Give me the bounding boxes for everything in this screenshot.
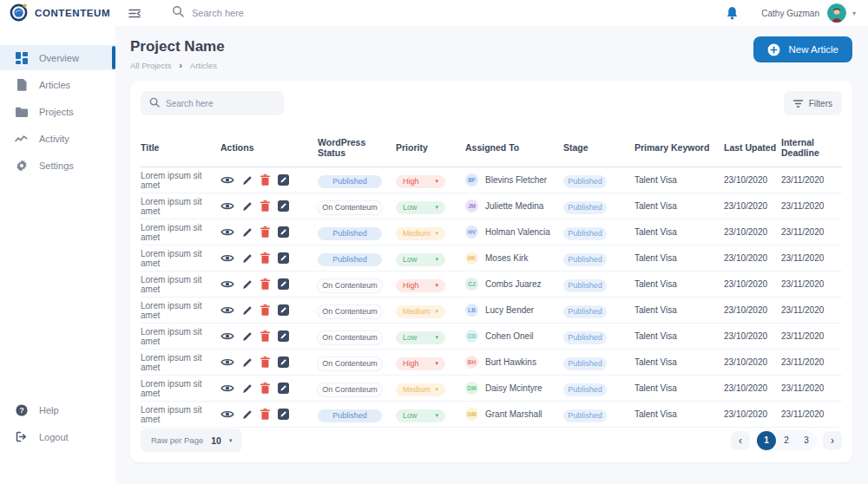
article-title: Lorem ipsum sit amet — [141, 405, 220, 424]
notifications-bell-icon[interactable] — [726, 6, 739, 20]
assignee: LB Lucy Bender — [465, 304, 563, 317]
prev-page-button[interactable]: ‹ — [731, 431, 750, 450]
stage-badge: Published — [563, 305, 607, 318]
view-icon[interactable] — [220, 175, 234, 185]
wordpress-status-badge: On Contenteum — [318, 383, 382, 396]
priority-dropdown[interactable]: Low ▾ — [396, 201, 445, 214]
breadcrumb-articles[interactable]: Articles — [190, 61, 217, 70]
note-edit-icon[interactable] — [278, 304, 289, 316]
delete-icon[interactable] — [260, 304, 270, 316]
note-edit-icon[interactable] — [278, 409, 289, 420]
new-article-button[interactable]: New Article — [753, 36, 852, 62]
view-icon[interactable] — [220, 331, 234, 341]
note-edit-icon[interactable] — [278, 356, 289, 368]
row-actions — [220, 226, 318, 238]
delete-icon[interactable] — [260, 383, 270, 394]
note-edit-icon[interactable] — [278, 278, 289, 290]
assignee-avatar: DM — [465, 382, 478, 395]
note-edit-icon[interactable] — [278, 252, 289, 264]
view-icon[interactable] — [220, 409, 234, 419]
priority-dropdown[interactable]: Medium ▾ — [396, 227, 445, 240]
sidebar-item-help[interactable]: ? Help — [0, 397, 115, 422]
delete-icon[interactable] — [260, 409, 270, 420]
note-edit-icon[interactable] — [278, 174, 289, 186]
table-row: Lorem ipsum sit amet — [141, 245, 842, 271]
last-updated-date: 23/10/2020 — [724, 253, 781, 263]
delete-icon[interactable] — [260, 174, 270, 186]
breadcrumb-all-projects[interactable]: All Projects — [130, 61, 172, 70]
next-page-button[interactable]: › — [823, 431, 842, 450]
assignee-name: Blevins Fletcher — [485, 175, 547, 185]
caret-down-icon: ▾ — [435, 412, 438, 419]
priority-dropdown[interactable]: Low ▾ — [396, 253, 445, 266]
view-icon[interactable] — [220, 253, 234, 263]
note-edit-icon[interactable] — [278, 200, 289, 212]
sidebar-item-logout[interactable]: Logout — [0, 424, 115, 449]
delete-icon[interactable] — [260, 226, 270, 238]
priority-dropdown[interactable]: High ▾ — [396, 175, 445, 188]
sidebar-item-activity[interactable]: Activity — [0, 126, 115, 151]
edit-icon[interactable] — [242, 331, 253, 342]
priority-label: Medium — [403, 385, 431, 394]
filters-button[interactable]: Filters — [784, 91, 842, 115]
delete-icon[interactable] — [260, 356, 270, 368]
sidebar-item-articles[interactable]: Articles — [0, 72, 115, 97]
primary-keyword: Talent Visa — [635, 175, 724, 185]
delete-icon[interactable] — [260, 330, 270, 342]
articles-icon — [15, 79, 28, 91]
note-edit-icon[interactable] — [278, 383, 289, 394]
assignee-name: Cohen Oneil — [485, 331, 534, 341]
note-edit-icon[interactable] — [278, 330, 289, 342]
view-icon[interactable] — [220, 357, 234, 367]
edit-icon[interactable] — [242, 175, 253, 186]
page-button-2[interactable]: 2 — [777, 431, 796, 450]
caret-down-icon: ▾ — [435, 282, 438, 289]
user-avatar[interactable] — [827, 3, 846, 23]
delete-icon[interactable] — [260, 200, 270, 212]
page-button-3[interactable]: 3 — [797, 431, 816, 450]
view-icon[interactable] — [220, 227, 234, 237]
rows-per-page-select[interactable]: Raw per Page 10 ▾ — [141, 428, 242, 452]
view-icon[interactable] — [220, 279, 234, 289]
priority-dropdown[interactable]: Low ▾ — [396, 331, 445, 344]
global-search[interactable] — [172, 5, 322, 21]
edit-icon[interactable] — [242, 357, 253, 368]
stage-badge: Published — [563, 279, 607, 292]
user-menu-caret-icon[interactable]: ▾ — [852, 10, 856, 17]
sidebar-item-projects[interactable]: Projects — [0, 99, 115, 124]
assignee: MK Moses Kirk — [465, 252, 563, 265]
note-edit-icon[interactable] — [278, 226, 289, 238]
priority-dropdown[interactable]: Medium ▾ — [396, 383, 445, 396]
edit-icon[interactable] — [242, 305, 253, 316]
edit-icon[interactable] — [242, 409, 253, 420]
view-icon[interactable] — [220, 383, 234, 393]
priority-dropdown[interactable]: Low ▾ — [396, 409, 445, 422]
priority-dropdown[interactable]: High ▾ — [396, 279, 445, 292]
edit-icon[interactable] — [242, 253, 253, 264]
global-search-input[interactable] — [192, 8, 322, 18]
delete-icon[interactable] — [260, 278, 270, 290]
priority-label: High — [403, 177, 419, 186]
edit-icon[interactable] — [242, 383, 253, 394]
view-icon[interactable] — [220, 305, 234, 315]
page-button-1[interactable]: 1 — [757, 431, 776, 450]
app-logo[interactable]: CONTENTEUM — [9, 1, 106, 26]
caret-down-icon: ▾ — [435, 178, 438, 185]
table-row: Lorem ipsum sit amet — [141, 402, 842, 428]
priority-dropdown[interactable]: High ▾ — [396, 357, 445, 370]
sidebar-collapse-icon[interactable] — [128, 8, 142, 19]
sidebar-item-overview[interactable]: Overview — [0, 45, 115, 70]
edit-icon[interactable] — [242, 201, 253, 212]
table-search-input[interactable] — [166, 99, 270, 108]
sidebar-item-label: Projects — [39, 107, 74, 117]
priority-dropdown[interactable]: Medium ▾ — [396, 305, 445, 318]
stage-badge: Published — [563, 253, 607, 266]
view-icon[interactable] — [220, 201, 234, 211]
table-search[interactable] — [141, 91, 284, 115]
sidebar-item-settings[interactable]: Settings — [0, 153, 115, 178]
edit-icon[interactable] — [242, 227, 253, 238]
svg-text:?: ? — [19, 406, 23, 415]
articles-card: Filters Title Actions WordPress Status P… — [130, 81, 852, 462]
edit-icon[interactable] — [242, 279, 253, 290]
delete-icon[interactable] — [260, 252, 270, 264]
